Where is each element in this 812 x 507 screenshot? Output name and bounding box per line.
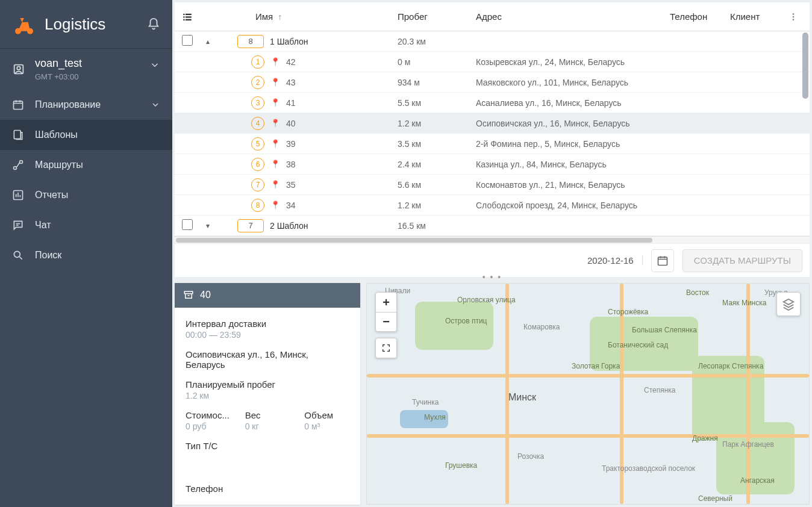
stop-mileage: 1.2 км bbox=[398, 119, 476, 128]
col-address[interactable]: Адрес bbox=[476, 11, 670, 22]
map-place-label: Комаровка bbox=[523, 323, 560, 331]
horizontal-scrollbar[interactable] bbox=[175, 236, 810, 243]
map-place-label: Грушевка bbox=[445, 461, 477, 470]
svg-point-18 bbox=[793, 19, 795, 20]
collapse-icon[interactable]: ▴ bbox=[199, 37, 217, 46]
calendar-button[interactable] bbox=[651, 249, 674, 272]
sidebar-item-label: Планирование bbox=[35, 99, 101, 110]
sidebar-item-search[interactable]: Поиск bbox=[0, 240, 172, 270]
stop-row[interactable]: 2 📍 43 934 м Маяковского ул., 101, Минск… bbox=[175, 72, 810, 93]
interval-label: Интервал доставки bbox=[186, 319, 349, 329]
stop-mileage: 3.5 км bbox=[398, 139, 476, 149]
vehicle-type-label: Тип Т/С bbox=[186, 441, 349, 451]
stop-number: 2 bbox=[251, 76, 264, 89]
pin-icon: 📍 bbox=[270, 57, 280, 66]
stop-row[interactable]: 4 📍 40 1.2 км Осиповичская ул., 16, Минс… bbox=[175, 113, 810, 134]
stop-row[interactable]: 8 📍 34 1.2 км Слободской проезд, 24, Мин… bbox=[175, 195, 810, 216]
stop-number: 3 bbox=[251, 96, 264, 110]
map-place-label: Тракторозаводской поселок bbox=[602, 464, 695, 473]
pin-icon: 📍 bbox=[270, 139, 280, 148]
sidebar-item-chat[interactable]: Чат bbox=[0, 210, 172, 240]
pin-icon: 📍 bbox=[270, 98, 280, 107]
zoom-controls: + − bbox=[375, 292, 397, 332]
vertical-scrollbar[interactable] bbox=[802, 33, 808, 225]
create-routes-button[interactable]: СОЗДАТЬ МАРШРУТЫ bbox=[682, 249, 802, 272]
sort-asc-icon: ↑ bbox=[278, 12, 282, 22]
detail-address: Осиповичская ул., 16, Минск, Беларусь bbox=[186, 349, 349, 370]
svg-rect-4 bbox=[14, 101, 23, 109]
col-name[interactable]: Имя↑ bbox=[217, 11, 398, 22]
stop-address: Казинца ул., 84, Минск, Беларусь bbox=[476, 160, 688, 169]
sidebar-item-templates[interactable]: Шаблоны bbox=[0, 120, 172, 150]
svg-rect-20 bbox=[184, 291, 193, 294]
phone-label: Телефон bbox=[186, 484, 349, 494]
weight-label: Вес bbox=[245, 410, 290, 420]
stop-mileage: 2.4 км bbox=[398, 160, 476, 169]
stop-mileage: 0 м bbox=[398, 57, 476, 67]
stop-count-badge: 8 bbox=[237, 35, 264, 48]
stop-number: 4 bbox=[251, 117, 264, 130]
sidebar-item-label: Отчеты bbox=[35, 190, 68, 201]
stop-number: 1 bbox=[251, 55, 264, 69]
stop-mileage: 1.2 км bbox=[398, 201, 476, 210]
sidebar: Logistics voan_test GMT +03:00 Планирова… bbox=[0, 0, 172, 507]
pin-icon: 📍 bbox=[270, 119, 280, 128]
map-place-label: Восток bbox=[686, 288, 709, 297]
stop-row[interactable]: 6 📍 38 2.4 км Казинца ул., 84, Минск, Бе… bbox=[175, 154, 810, 175]
cost-value: 0 руб bbox=[186, 421, 231, 431]
map-place-label: Тучинка bbox=[412, 398, 439, 406]
pin-icon: 📍 bbox=[270, 201, 280, 210]
table-body: ▴ 8 1 Шаблон 20.3 км 1 📍 42 0 м Козыревс… bbox=[175, 31, 810, 236]
sidebar-item-label: Шаблоны bbox=[35, 129, 78, 140]
sidebar-item-planning[interactable]: Планирование bbox=[0, 90, 172, 120]
table-menu-icon[interactable] bbox=[784, 12, 802, 22]
list-view-icon[interactable] bbox=[182, 11, 199, 22]
zoom-out-button[interactable]: − bbox=[376, 312, 396, 331]
stop-row[interactable]: 3 📍 41 5.5 км Асаналиева ул., 16, Минск,… bbox=[175, 93, 810, 113]
svg-point-16 bbox=[793, 13, 795, 15]
fullscreen-button[interactable] bbox=[376, 338, 396, 358]
col-phone[interactable]: Телефон bbox=[670, 11, 730, 22]
stop-number: 7 bbox=[251, 178, 264, 191]
sidebar-item-reports[interactable]: Отчеты bbox=[0, 180, 172, 210]
stop-row[interactable]: 1 📍 42 0 м Козыревская ул., 24, Минск, Б… bbox=[175, 52, 810, 72]
chevron-down-icon bbox=[151, 100, 160, 110]
stop-mileage: 5.6 км bbox=[398, 180, 476, 190]
stop-row[interactable]: 7 📍 35 5.6 км Космонавтов ул., 21, Минск… bbox=[175, 175, 810, 195]
svg-rect-13 bbox=[186, 13, 192, 14]
notifications-icon[interactable] bbox=[147, 17, 160, 31]
user-icon bbox=[12, 63, 25, 76]
detail-panel: 40 Интервал доставки 00:00 — 23:59 Осипо… bbox=[175, 283, 360, 505]
stop-address: Слободской проезд, 24, Минск, Беларусь bbox=[476, 201, 688, 210]
sidebar-item-label: Поиск bbox=[35, 250, 61, 261]
sidebar-item-label: Чат bbox=[35, 220, 51, 231]
template-group-row[interactable]: ▴ 8 1 Шаблон 20.3 км bbox=[175, 31, 810, 52]
user-block[interactable]: voan_test GMT +03:00 bbox=[0, 48, 172, 90]
stop-address: 2-й Фомина пер., 5, Минск, Беларусь bbox=[476, 139, 688, 149]
stop-code: 43 bbox=[286, 78, 296, 87]
svg-point-17 bbox=[793, 16, 795, 17]
interval-value: 00:00 — 23:59 bbox=[186, 330, 349, 340]
sidebar-item-routes[interactable]: Маршруты bbox=[0, 150, 172, 180]
template-group-row[interactable]: ▾ 7 2 Шаблон 16.5 км bbox=[175, 216, 810, 236]
svg-rect-15 bbox=[186, 19, 192, 20]
stop-address: Маяковского ул., 101, Минск, Беларусь bbox=[476, 78, 688, 87]
group-checkbox[interactable] bbox=[182, 219, 193, 230]
detail-header: 40 bbox=[175, 283, 360, 308]
col-client[interactable]: Клиент bbox=[730, 11, 784, 22]
layers-button[interactable] bbox=[776, 292, 801, 316]
drag-handle-icon[interactable]: • • • bbox=[483, 272, 502, 282]
map-city-label: Минск bbox=[508, 392, 536, 403]
stop-code: 38 bbox=[286, 160, 296, 169]
col-mileage[interactable]: Пробег bbox=[398, 11, 476, 22]
stop-address: Асаналиева ул., 16, Минск, Беларусь bbox=[476, 98, 688, 108]
expand-icon[interactable]: ▾ bbox=[199, 222, 217, 230]
stop-mileage: 934 м bbox=[398, 78, 476, 87]
map[interactable]: Минск ЦивалиОрловская улицаОстров птицКо… bbox=[366, 283, 810, 505]
table-header: Имя↑ Пробег Адрес Телефон Клиент bbox=[175, 2, 810, 31]
sidebar-item-label: Маршруты bbox=[35, 160, 83, 170]
stop-count-badge: 7 bbox=[237, 219, 264, 232]
group-checkbox[interactable] bbox=[182, 35, 193, 46]
stop-row[interactable]: 5 📍 39 3.5 км 2-й Фомина пер., 5, Минск,… bbox=[175, 134, 810, 154]
zoom-in-button[interactable]: + bbox=[376, 293, 396, 312]
